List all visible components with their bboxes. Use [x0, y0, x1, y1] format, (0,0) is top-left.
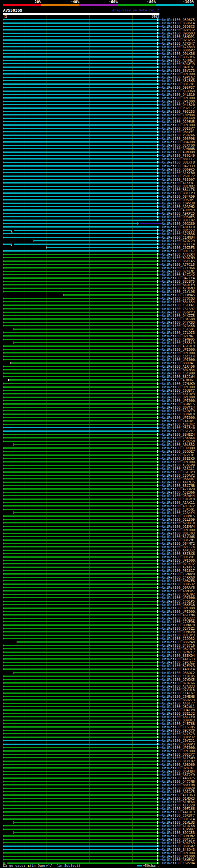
- alignment-bar[interactable]: [3, 798, 158, 799]
- alignment-bar[interactable]: [3, 29, 158, 30]
- alignment-bar[interactable]: [3, 305, 158, 306]
- alignment-bar[interactable]: [3, 400, 158, 401]
- alignment-bar[interactable]: [3, 522, 158, 523]
- alignment-bar[interactable]: [3, 383, 158, 384]
- alignment-bar[interactable]: [3, 754, 158, 755]
- alignment-bar[interactable]: [3, 277, 158, 279]
- alignment-bar[interactable]: [3, 73, 158, 74]
- alignment-bar[interactable]: [3, 703, 158, 704]
- alignment-bar[interactable]: [3, 124, 158, 126]
- alignment-bar[interactable]: [3, 63, 158, 64]
- alignment-bar[interactable]: [3, 257, 158, 258]
- alignment-bar[interactable]: [14, 512, 158, 513]
- alignment-bar[interactable]: [3, 519, 158, 520]
- alignment-bar[interactable]: [3, 322, 158, 323]
- alignment-bar[interactable]: [3, 781, 158, 782]
- alignment-bar[interactable]: [3, 842, 158, 843]
- alignment-bar[interactable]: [3, 845, 158, 847]
- alignment-bar[interactable]: [3, 584, 158, 585]
- alignment-bar[interactable]: [3, 230, 158, 231]
- alignment-bar[interactable]: [3, 355, 158, 357]
- alignment-bar[interactable]: [3, 70, 158, 71]
- alignment-bar[interactable]: [3, 536, 158, 537]
- alignment-bar[interactable]: [3, 795, 158, 796]
- alignment-bar[interactable]: [3, 777, 158, 779]
- alignment-bar[interactable]: [3, 618, 158, 619]
- alignment-bar[interactable]: [3, 226, 158, 227]
- alignment-bar[interactable]: [3, 203, 158, 204]
- alignment-bar[interactable]: [3, 478, 158, 479]
- alignment-bar[interactable]: [3, 43, 158, 44]
- alignment-bar[interactable]: [3, 747, 158, 748]
- alignment-bar[interactable]: [3, 50, 158, 51]
- alignment-bar[interactable]: [3, 250, 158, 252]
- alignment-bar[interactable]: [3, 577, 158, 578]
- alignment-bar[interactable]: [3, 94, 158, 95]
- alignment-bar[interactable]: [3, 308, 158, 309]
- alignment-bar[interactable]: [3, 502, 158, 503]
- alignment-bar[interactable]: [3, 165, 158, 166]
- alignment-bar[interactable]: [3, 655, 158, 656]
- alignment-bar[interactable]: [3, 801, 158, 802]
- alignment-bar[interactable]: [3, 176, 158, 177]
- alignment-bar[interactable]: [3, 114, 158, 116]
- alignment-bar[interactable]: [14, 672, 158, 673]
- alignment-bar[interactable]: [3, 373, 158, 374]
- alignment-bar[interactable]: [46, 247, 158, 248]
- alignment-bar[interactable]: [3, 390, 158, 391]
- alignment-bar[interactable]: [3, 189, 158, 190]
- alignment-bar[interactable]: [3, 526, 158, 527]
- alignment-bar[interactable]: [3, 835, 158, 837]
- alignment-bar[interactable]: [3, 597, 158, 598]
- alignment-bar[interactable]: [3, 434, 158, 435]
- alignment-bar[interactable]: [3, 312, 158, 313]
- alignment-bar[interactable]: [3, 465, 158, 466]
- alignment-bar[interactable]: [3, 244, 158, 245]
- alignment-bar[interactable]: [3, 349, 158, 350]
- alignment-bar[interactable]: [3, 209, 158, 211]
- alignment-bar[interactable]: [3, 39, 158, 41]
- alignment-bar[interactable]: [3, 634, 158, 636]
- alignment-bar[interactable]: [3, 182, 158, 184]
- alignment-bar[interactable]: [3, 298, 158, 299]
- alignment-bar[interactable]: [3, 455, 158, 456]
- alignment-bar[interactable]: [3, 631, 158, 632]
- alignment-bar[interactable]: [3, 546, 158, 548]
- alignment-bar[interactable]: [3, 475, 158, 476]
- alignment-bar[interactable]: [3, 553, 158, 554]
- alignment-bar[interactable]: [3, 121, 158, 122]
- alignment-bar[interactable]: [3, 23, 158, 24]
- alignment-bar[interactable]: [3, 60, 158, 61]
- alignment-bar[interactable]: [3, 186, 158, 187]
- alignment-bar[interactable]: [3, 80, 158, 81]
- alignment-bar[interactable]: [3, 134, 158, 136]
- alignment-bar[interactable]: [14, 329, 158, 330]
- alignment-bar[interactable]: [3, 611, 158, 612]
- alignment-bar[interactable]: [3, 97, 158, 98]
- alignment-bar[interactable]: [3, 604, 158, 606]
- alignment-bar[interactable]: [3, 764, 158, 765]
- alignment-bar[interactable]: [3, 658, 158, 659]
- alignment-bar[interactable]: [3, 148, 158, 149]
- alignment-bar[interactable]: [3, 563, 158, 564]
- alignment-bar[interactable]: [3, 19, 158, 20]
- alignment-bar[interactable]: [3, 56, 158, 58]
- alignment-bar[interactable]: [3, 713, 158, 714]
- alignment-bar[interactable]: [3, 359, 158, 360]
- alignment-bar[interactable]: [3, 145, 158, 146]
- alignment-bar[interactable]: [3, 260, 158, 262]
- alignment-bar[interactable]: [3, 590, 158, 591]
- alignment-bar[interactable]: [3, 447, 158, 448]
- alignment-bar[interactable]: [3, 720, 158, 721]
- alignment-bar[interactable]: [3, 825, 158, 827]
- alignment-bar[interactable]: [3, 556, 158, 558]
- alignment-bar[interactable]: [3, 345, 158, 347]
- alignment-bar[interactable]: [3, 689, 158, 690]
- alignment-bar[interactable]: [3, 761, 158, 762]
- alignment-bar[interactable]: [9, 379, 158, 380]
- alignment-bar[interactable]: [17, 641, 158, 643]
- alignment-bar[interactable]: [3, 638, 158, 639]
- alignment-bar[interactable]: [3, 740, 158, 741]
- alignment-bar[interactable]: [3, 152, 158, 153]
- alignment-bar[interactable]: [3, 36, 158, 37]
